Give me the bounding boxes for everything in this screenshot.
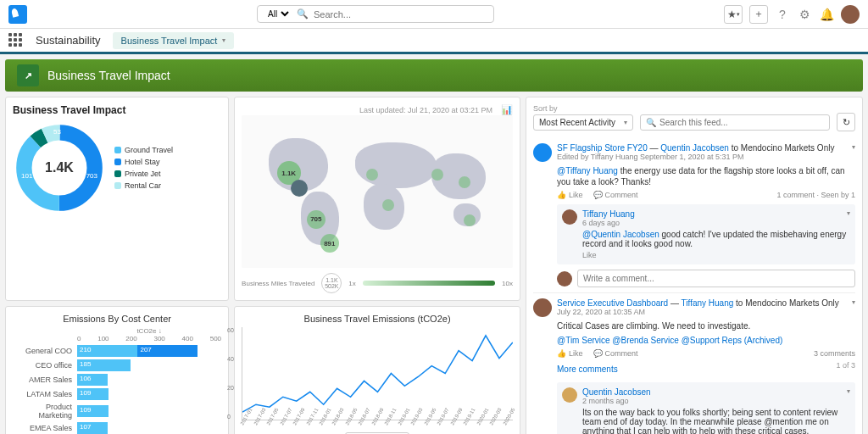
donut-chart: 1.4K 53 101 703 bbox=[13, 121, 106, 214]
salesforce-logo bbox=[8, 5, 27, 24]
feed-search-input[interactable] bbox=[659, 118, 824, 127]
world-map[interactable]: 1.1K 705 891 bbox=[242, 115, 513, 268]
dashboard-title: Business Travel Impact bbox=[13, 104, 125, 116]
gear-icon[interactable]: ⚙ bbox=[797, 7, 812, 22]
sort-dropdown[interactable]: Most Recent Activity▾ bbox=[533, 114, 633, 131]
search-input[interactable] bbox=[314, 9, 487, 19]
bar-row: LATAM Sales109 bbox=[13, 388, 221, 400]
post-menu-icon[interactable]: ▾ bbox=[852, 143, 855, 162]
chevron-down-icon: ▾ bbox=[222, 36, 225, 44]
comment-input[interactable] bbox=[577, 270, 855, 287]
bars-unit: tCO2e ↓ bbox=[136, 327, 161, 335]
avatar bbox=[533, 298, 552, 317]
post-menu-icon[interactable]: ▾ bbox=[852, 298, 855, 317]
bar-row: CEO office185 bbox=[13, 359, 221, 371]
chart-icon[interactable]: 📊 bbox=[501, 104, 513, 115]
search-scope-select[interactable]: All bbox=[264, 8, 292, 19]
like-button[interactable]: 👍 Like bbox=[557, 349, 583, 358]
post-link[interactable]: SF Flagship Store FY20 bbox=[557, 143, 648, 153]
line-card: Business Travel Emissions (tCO2e) 604020… bbox=[234, 306, 520, 434]
page-header: ↗ Business Travel Impact bbox=[5, 59, 863, 92]
feed-panel: Sort by Most Recent Activity▾ 🔍 ↻ SF Fla… bbox=[526, 97, 863, 434]
line-chart: 6040200 bbox=[242, 327, 513, 420]
feed-post: SF Flagship Store FY20 — Quentin Jacobse… bbox=[533, 138, 855, 293]
search-icon: 🔍 bbox=[297, 8, 309, 19]
avatar bbox=[562, 387, 577, 403]
post-author[interactable]: Quentin Jacobsen bbox=[660, 143, 729, 153]
app-name: Sustainability bbox=[36, 34, 101, 47]
header-icon: ↗ bbox=[17, 64, 39, 86]
comment-button[interactable]: 💬 Comment bbox=[593, 349, 638, 358]
search-icon: 🔍 bbox=[646, 118, 656, 127]
feed-search[interactable]: 🔍 bbox=[640, 114, 830, 131]
bell-icon[interactable]: 🔔 bbox=[819, 7, 834, 22]
avatar bbox=[557, 271, 572, 287]
reply-like[interactable]: Like bbox=[582, 251, 850, 259]
feed-post: Service Executive Dashboard — Tiffany Hu… bbox=[533, 293, 855, 434]
bar-row: General COO210207 bbox=[13, 345, 221, 357]
donut-card: Business Travel Impact 1.4K 53 101 70 bbox=[5, 97, 229, 301]
bar-row: Product Marketing109 bbox=[13, 403, 221, 420]
bars-card: Emissions By Cost Center tCO2e ↓ 0100200… bbox=[5, 306, 229, 434]
user-avatar[interactable] bbox=[841, 5, 860, 24]
like-button[interactable]: 👍 Like bbox=[557, 191, 583, 199]
page-title: Business Travel Impact bbox=[47, 69, 170, 82]
map-card: Last updated: Jul 21, 2020 at 03:21 PM 📊… bbox=[234, 97, 520, 301]
refresh-button[interactable]: ↻ bbox=[837, 113, 855, 131]
add-button[interactable]: ＋ bbox=[749, 5, 768, 24]
bar-row: AMER Sales106 bbox=[13, 374, 221, 386]
more-comments-link[interactable]: More comments bbox=[557, 364, 618, 374]
reply-menu-icon[interactable]: ▾ bbox=[847, 387, 850, 405]
comment-button[interactable]: 💬 Comment bbox=[593, 191, 638, 199]
global-search[interactable]: All 🔍 bbox=[257, 5, 494, 23]
favorite-button[interactable]: ★▾ bbox=[724, 5, 743, 24]
help-icon[interactable]: ? bbox=[775, 7, 790, 22]
avatar bbox=[562, 209, 577, 225]
tab-business-travel-impact[interactable]: Business Travel Impact ▾ bbox=[113, 32, 235, 49]
avatar bbox=[533, 143, 552, 162]
app-launcher-icon[interactable] bbox=[8, 33, 24, 48]
bar-row: EMEA Sales107 bbox=[13, 422, 221, 434]
reply-menu-icon[interactable]: ▾ bbox=[847, 209, 850, 227]
